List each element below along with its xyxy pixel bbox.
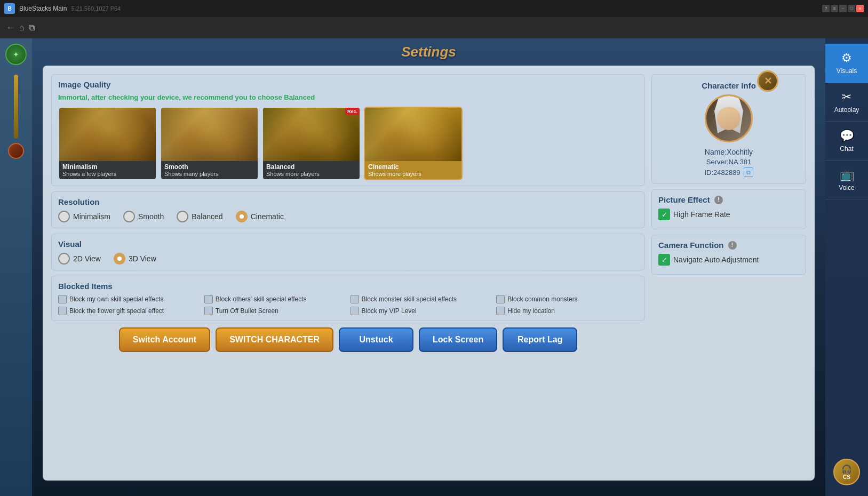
quality-card-minimalism[interactable]: Minimalism Shows a few players <box>58 107 157 180</box>
blocked-others-skill[interactable]: Block others' skill special effects <box>204 295 346 303</box>
sidebar-bottom: 🎧 CS <box>833 459 860 491</box>
blocked-hide-location[interactable]: Hide my location <box>496 307 638 315</box>
camera-function-section: Camera Function ! ✓ Navigate Auto Adjust… <box>651 235 806 275</box>
title-bar: B BlueStacks Main 5.21.560.1027 P64 ? ≡ … <box>0 0 868 17</box>
card-bg-balanced: Rec. <box>263 108 360 161</box>
resolution-cinematic-label: Cinematic <box>251 212 284 221</box>
quality-card-balanced-name: Balanced <box>266 163 356 171</box>
image-quality-title: Image Quality <box>58 80 638 89</box>
resolution-smooth[interactable]: Smooth <box>123 211 164 222</box>
copy-btn[interactable]: ⧉ <box>29 23 35 33</box>
left-panel: ✦ <box>0 38 32 496</box>
blocked-bullet-screen-label: Turn Off Bullet Screen <box>216 307 278 315</box>
blocked-own-skill[interactable]: Block my own skill special effects <box>58 295 200 303</box>
switch-character-button[interactable]: SWITCH CHARACTER <box>216 327 333 352</box>
sidebar-item-chat[interactable]: 💬 Chat <box>825 122 868 161</box>
sidebar-voice-label: Voice <box>839 184 854 191</box>
char-face <box>717 107 740 130</box>
visual-2d[interactable]: 2D View <box>58 253 101 265</box>
resolution-cinematic-radio[interactable] <box>236 211 248 222</box>
resolution-cinematic[interactable]: Cinematic <box>236 211 284 222</box>
sidebar-item-visuals[interactable]: ⚙ Visuals <box>825 44 868 83</box>
blocked-own-skill-label: Block my own skill special effects <box>69 295 164 303</box>
blocked-hide-location-check[interactable] <box>496 307 505 315</box>
blocked-vip-level-check[interactable] <box>351 307 359 315</box>
blocked-own-skill-check[interactable] <box>58 295 67 303</box>
card-bg-detail <box>59 108 156 161</box>
blocked-common-monsters-check[interactable] <box>496 295 505 303</box>
nav-bar: ← ⌂ ⧉ <box>0 17 868 38</box>
quality-card-cinematic[interactable]: Cinematic Shows more players <box>364 107 463 180</box>
help-btn[interactable]: ? <box>822 5 830 12</box>
blocked-monster-skill[interactable]: Block monster skill special effects <box>351 295 492 303</box>
blocked-bullet-screen-check[interactable] <box>204 307 213 315</box>
maximize-btn[interactable]: □ <box>848 5 855 12</box>
blocked-common-monsters[interactable]: Block common monsters <box>496 295 638 303</box>
quality-card-balanced-img: Rec. <box>263 108 360 161</box>
settings-close-button[interactable]: ✕ <box>757 70 778 92</box>
resolution-minimalism-radio[interactable] <box>58 211 70 222</box>
high-frame-rate-checkbox[interactable]: ✓ <box>658 209 670 220</box>
resolution-balanced-label: Balanced <box>192 212 222 221</box>
menu-btn[interactable]: ≡ <box>831 5 838 12</box>
back-btn[interactable]: ← <box>6 23 15 33</box>
resolution-smooth-label: Smooth <box>138 212 164 221</box>
cs-button[interactable]: 🎧 CS <box>833 459 860 485</box>
navigate-auto-adjustment-checkbox[interactable]: ✓ <box>658 254 670 266</box>
visual-3d-radio[interactable] <box>114 253 125 265</box>
blocked-others-skill-label: Block others' skill special effects <box>216 295 307 303</box>
quality-card-minimalism-name: Minimalism <box>62 163 153 171</box>
resolution-smooth-radio[interactable] <box>123 211 135 222</box>
blocked-flower-gift-label: Block the flower gift special effect <box>69 307 164 315</box>
high-frame-rate-label: High Frame Rate <box>673 210 730 219</box>
sidebar-item-autoplay[interactable]: ✂ Autoplay <box>825 83 868 122</box>
blocked-others-skill-check[interactable] <box>204 295 213 303</box>
picture-effect-title: Picture Effect ! <box>658 195 799 204</box>
character-name: Name:Xochitly <box>658 148 799 156</box>
blocked-flower-gift[interactable]: Block the flower gift special effect <box>58 307 200 315</box>
settings-panel: Settings ✕ Image Quality Immortal, after… <box>32 38 825 496</box>
visual-3d[interactable]: 3D View <box>114 253 156 265</box>
window-controls: ? ≡ − □ × <box>822 5 864 12</box>
card-bg-detail-smooth <box>161 108 258 161</box>
quality-card-cinematic-desc: Shows more players <box>368 171 458 177</box>
character-id-row: ID:2482889 ⧉ <box>658 167 799 177</box>
picture-effect-info-icon[interactable]: ! <box>714 196 723 204</box>
blocked-vip-level-label: Block my VIP Level <box>362 307 417 315</box>
resolution-balanced[interactable]: Balanced <box>177 211 222 222</box>
visual-2d-radio[interactable] <box>58 253 70 265</box>
resolution-balanced-radio[interactable] <box>177 211 188 222</box>
quality-card-balanced[interactable]: Rec. Balanced Shows more players <box>262 107 361 180</box>
quality-card-smooth[interactable]: Smooth Shows many players <box>160 107 259 180</box>
switch-account-button[interactable]: Switch Account <box>119 327 210 352</box>
quality-card-smooth-name: Smooth <box>164 163 254 171</box>
quality-card-balanced-desc: Shows more players <box>266 171 356 177</box>
visual-options: 2D View 3D View <box>58 253 638 265</box>
cs-icon: 🎧 <box>841 464 852 474</box>
unstuck-button[interactable]: Unstuck <box>339 327 413 352</box>
visual-title: Visual <box>58 239 638 249</box>
card-bg-minimalism <box>59 108 156 161</box>
blocked-monster-skill-check[interactable] <box>351 295 359 303</box>
camera-function-info-icon[interactable]: ! <box>728 241 737 250</box>
blocked-flower-gift-check[interactable] <box>58 307 67 315</box>
quality-card-balanced-label: Balanced Shows more players <box>263 161 360 179</box>
sidebar-item-voice[interactable]: 📺 Voice <box>825 161 868 199</box>
minimize-btn[interactable]: − <box>839 5 847 12</box>
close-btn[interactable]: × <box>856 5 864 12</box>
visual-3d-label: 3D View <box>129 254 156 263</box>
visual-section: Visual 2D View 3D View <box>51 234 645 270</box>
copy-id-button[interactable]: ⧉ <box>744 167 753 177</box>
blocked-monster-skill-label: Block monster skill special effects <box>362 295 457 303</box>
report-lag-button[interactable]: Report Lag <box>503 327 577 352</box>
quality-cards-container: Minimalism Shows a few players <box>58 107 638 180</box>
blocked-vip-level[interactable]: Block my VIP Level <box>351 307 492 315</box>
card-bg-smooth <box>161 108 258 161</box>
lock-screen-button[interactable]: Lock Screen <box>419 327 497 352</box>
chat-icon: 💬 <box>840 129 854 143</box>
home-btn[interactable]: ⌂ <box>19 23 25 33</box>
blocked-bullet-screen[interactable]: Turn Off Bullet Screen <box>204 307 346 315</box>
resolution-minimalism[interactable]: Minimalism <box>58 211 110 222</box>
blocked-common-monsters-label: Block common monsters <box>507 295 577 303</box>
blocked-hide-location-label: Hide my location <box>507 307 555 315</box>
